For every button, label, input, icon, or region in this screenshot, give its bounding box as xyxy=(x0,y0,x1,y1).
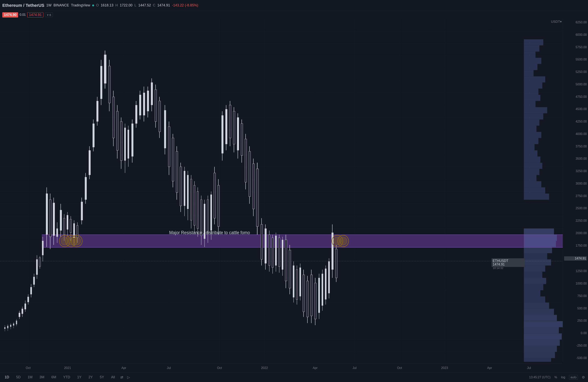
svg-rect-257 xyxy=(315,283,316,319)
x-label-jul: Jul xyxy=(167,366,171,370)
indicators-button[interactable]: ∨ 6 xyxy=(45,12,53,17)
y-label-3750: 3750.00 xyxy=(564,145,587,148)
auto-btn[interactable]: auto xyxy=(569,375,578,380)
svg-rect-179 xyxy=(207,200,209,233)
svg-rect-211 xyxy=(252,164,254,209)
chart-header: Ethereum / TetherUS 1W BINANCE TradingVi… xyxy=(0,0,588,11)
settings-icon[interactable]: ⚙ xyxy=(582,375,585,380)
svg-rect-141 xyxy=(155,90,157,122)
svg-rect-202 xyxy=(241,124,243,155)
y-axis: 6250.00 6000.00 5750.00 5500.00 5250.00 … xyxy=(563,19,588,362)
svg-rect-200 xyxy=(237,117,239,150)
y-label-current: 1474.91 xyxy=(564,256,587,261)
current-price-outline: 1474.91 xyxy=(27,12,43,18)
svg-rect-260 xyxy=(318,278,320,313)
svg-rect-113 xyxy=(108,66,110,103)
svg-rect-296 xyxy=(524,126,536,132)
svg-point-277 xyxy=(73,237,81,245)
svg-rect-282 xyxy=(524,39,543,45)
svg-rect-307 xyxy=(524,193,549,200)
svg-rect-168 xyxy=(194,185,195,225)
svg-rect-84 xyxy=(60,210,62,231)
svg-rect-109 xyxy=(100,66,102,99)
svg-rect-284 xyxy=(524,52,536,58)
svg-rect-293 xyxy=(524,107,547,113)
compare-icon[interactable]: ⇄ xyxy=(120,375,123,380)
svg-rect-131 xyxy=(135,105,137,124)
svg-rect-222 xyxy=(269,234,270,265)
svg-rect-56 xyxy=(19,313,20,317)
log-toggle[interactable]: log xyxy=(561,376,565,379)
svg-rect-328 xyxy=(524,352,555,358)
timeframe-3m[interactable]: 3M xyxy=(38,374,46,380)
svg-rect-214 xyxy=(256,169,259,226)
svg-rect-289 xyxy=(524,83,542,89)
x-label-oct3: Oct xyxy=(397,366,402,370)
svg-rect-266 xyxy=(328,261,330,293)
y-label-2750: 2750.00 xyxy=(564,194,587,198)
svg-rect-311 xyxy=(524,247,552,253)
x-label-jul2: Jul xyxy=(353,366,357,370)
timeframe-1y[interactable]: 1Y xyxy=(76,374,83,380)
svg-rect-48 xyxy=(7,326,8,328)
svg-rect-197 xyxy=(233,111,235,144)
svg-rect-308 xyxy=(524,229,554,235)
svg-rect-288 xyxy=(524,76,545,83)
svg-rect-119 xyxy=(116,111,118,150)
pct-toggle[interactable]: % xyxy=(554,376,557,379)
price-row: 1474.90 0.01 1474.91 ∨ 6 xyxy=(0,11,588,19)
y-label-4750: 4750.00 xyxy=(564,95,587,99)
svg-rect-321 xyxy=(524,309,554,315)
svg-rect-285 xyxy=(524,58,541,64)
svg-rect-312 xyxy=(524,253,547,259)
svg-rect-301 xyxy=(524,157,540,163)
svg-rect-165 xyxy=(190,179,192,220)
svg-rect-64 xyxy=(30,287,32,294)
svg-rect-192 xyxy=(225,109,227,144)
replay-icon[interactable]: ▷ xyxy=(127,375,130,380)
y-label-2500: 2500.00 xyxy=(564,207,587,210)
svg-rect-264 xyxy=(325,269,326,299)
symbol-name: Ethereum / TetherUS xyxy=(2,3,44,8)
timeframe-6m[interactable]: 6M xyxy=(50,374,58,380)
svg-rect-91 xyxy=(70,219,72,233)
x-label-oct2: Oct xyxy=(217,366,222,370)
timeframe-2y[interactable]: 2Y xyxy=(87,374,94,380)
svg-rect-251 xyxy=(307,281,309,317)
timeframe-all[interactable]: All xyxy=(109,374,116,380)
timeframe-5y[interactable]: 5Y xyxy=(98,374,105,380)
svg-rect-243 xyxy=(296,270,298,299)
timeframe-ytd[interactable]: YTD xyxy=(62,374,72,380)
x-axis: Oct 2021 Apr Jul Oct 2022 Apr Jul Oct 20… xyxy=(0,363,563,372)
svg-rect-58 xyxy=(21,309,23,314)
svg-rect-194 xyxy=(229,105,231,138)
price-chart-svg: Major Resistance / distribute to cattle … xyxy=(0,19,563,362)
y-label-4500: 4500.00 xyxy=(564,107,587,111)
svg-rect-137 xyxy=(147,91,149,111)
svg-rect-116 xyxy=(113,97,115,138)
svg-rect-300 xyxy=(524,150,537,157)
x-label-2021: 2021 xyxy=(64,366,71,370)
svg-rect-54 xyxy=(16,320,17,324)
y-label-1250: 1250.00 xyxy=(564,269,587,273)
svg-rect-286 xyxy=(524,64,537,70)
svg-rect-254 xyxy=(311,275,313,316)
chart-area[interactable]: Major Resistance / distribute to cattle … xyxy=(0,19,588,362)
svg-rect-306 xyxy=(524,187,545,193)
x-label-2023: 2023 xyxy=(441,366,448,370)
currency-label[interactable]: USDT▾ xyxy=(551,20,562,24)
svg-rect-292 xyxy=(524,101,536,107)
svg-rect-241 xyxy=(293,265,294,297)
svg-text:10:14:32: 10:14:32 xyxy=(493,266,503,270)
svg-rect-238 xyxy=(289,250,291,288)
svg-rect-96 xyxy=(77,225,78,238)
svg-rect-319 xyxy=(524,297,545,303)
platform-label: TradingView xyxy=(71,3,90,7)
svg-rect-262 xyxy=(322,274,323,306)
svg-rect-107 xyxy=(96,101,98,122)
timeframe-1d[interactable]: 1D xyxy=(3,374,11,380)
timeframe-1m[interactable]: 1M xyxy=(26,374,34,380)
timeframe-label: 1W xyxy=(46,3,52,7)
timeframe-5d[interactable]: 5D xyxy=(15,374,22,380)
y-label-5250: 5250.00 xyxy=(564,70,587,74)
